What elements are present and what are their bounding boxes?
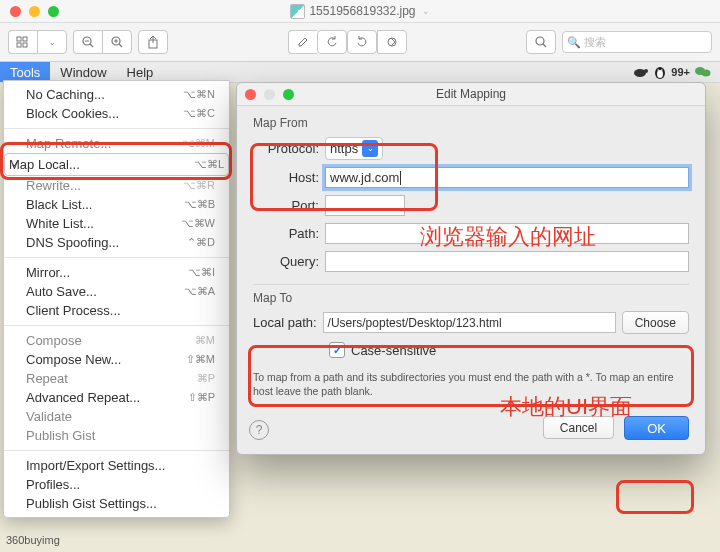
- menu-auto-save[interactable]: Auto Save...⌥⌘A: [4, 282, 229, 301]
- file-thumbnail-icon: [290, 4, 305, 19]
- menu-block-cookies[interactable]: Block Cookies...⌥⌘C: [4, 104, 229, 123]
- zoom-in-button[interactable]: [102, 30, 132, 54]
- query-label: Query:: [253, 254, 319, 269]
- toolbar: ⌄: [0, 23, 720, 62]
- search-icon: 🔍: [567, 36, 581, 49]
- svg-point-19: [657, 70, 663, 78]
- annotation-browser-url: 浏览器输入的网址: [420, 222, 596, 252]
- window-titlebar: 1551956819332.jpg ⌄: [0, 0, 720, 23]
- menu-mirror[interactable]: Mirror...⌥⌘I: [4, 263, 229, 282]
- dialog-title: Edit Mapping: [237, 87, 705, 101]
- svg-point-21: [661, 69, 663, 71]
- penguin-icon[interactable]: [653, 65, 667, 79]
- svg-line-5: [90, 44, 93, 47]
- search-placeholder: 搜索: [584, 35, 606, 50]
- menu-publish-gist-settings[interactable]: Publish Gist Settings...: [4, 494, 229, 513]
- map-to-label: Map To: [253, 291, 689, 305]
- background-text: 360buyimg: [6, 534, 60, 546]
- protocol-label: Protocol:: [253, 141, 319, 156]
- menu-import-export[interactable]: Import/Export Settings...: [4, 456, 229, 475]
- tools-dropdown: No Caching...⌥⌘N Block Cookies...⌥⌘C Map…: [3, 80, 230, 518]
- menu-tools[interactable]: Tools: [0, 62, 50, 82]
- port-label: Port:: [253, 198, 319, 213]
- wechat-icon[interactable]: [694, 65, 712, 79]
- annotation-local-ui: 本地的UI界面: [500, 392, 632, 422]
- host-label: Host:: [253, 170, 319, 185]
- local-path-label: Local path:: [253, 315, 317, 330]
- edit-button[interactable]: [288, 30, 317, 54]
- menu-window[interactable]: Window: [50, 62, 116, 82]
- query-input[interactable]: [325, 251, 689, 272]
- menu-help[interactable]: Help: [117, 62, 164, 82]
- case-sensitive-label: Case-sensitive: [351, 343, 436, 358]
- svg-rect-0: [17, 37, 21, 41]
- local-path-input[interactable]: /Users/poptest/Desktop/123.html: [323, 312, 616, 333]
- select-arrow-icon: ⌄: [362, 140, 378, 157]
- protocol-value: https: [330, 141, 358, 156]
- menu-map-remote[interactable]: Map Remote...⌥⌘M: [4, 134, 229, 153]
- view-dropdown-button[interactable]: ⌄: [37, 30, 67, 54]
- menu-compose-new[interactable]: Compose New...⇧⌘M: [4, 350, 229, 369]
- zoom-out-button[interactable]: [73, 30, 102, 54]
- menu-black-list[interactable]: Black List...⌥⌘B: [4, 195, 229, 214]
- menu-white-list[interactable]: White List...⌥⌘W: [4, 214, 229, 233]
- ok-button[interactable]: OK: [624, 416, 689, 440]
- rotate-left-button[interactable]: [317, 30, 347, 54]
- svg-line-8: [119, 44, 122, 47]
- port-input[interactable]: [325, 195, 405, 216]
- view-grid-button[interactable]: [8, 30, 37, 54]
- share-button[interactable]: [138, 30, 168, 54]
- map-from-label: Map From: [253, 116, 689, 130]
- chevron-down-icon[interactable]: ⌄: [422, 6, 430, 16]
- annotation-box-ok: [616, 480, 694, 514]
- svg-point-23: [702, 69, 711, 76]
- menu-repeat[interactable]: Repeat⌘P: [4, 369, 229, 388]
- svg-line-15: [543, 44, 546, 47]
- menu-rewrite[interactable]: Rewrite...⌥⌘R: [4, 176, 229, 195]
- rotate-right-button[interactable]: [347, 30, 377, 54]
- svg-rect-2: [17, 43, 21, 47]
- host-input[interactable]: www.jd.com: [325, 167, 689, 188]
- menu-client-process[interactable]: Client Process...: [4, 301, 229, 320]
- menu-validate[interactable]: Validate: [4, 407, 229, 426]
- notification-count: 99+: [671, 66, 690, 78]
- choose-button[interactable]: Choose: [622, 311, 689, 334]
- search-input[interactable]: 🔍 搜索: [562, 31, 712, 53]
- case-sensitive-checkbox[interactable]: ✓: [329, 342, 345, 358]
- mag-tool-button[interactable]: [526, 30, 556, 54]
- svg-rect-3: [23, 43, 27, 47]
- turtle-icon[interactable]: [631, 65, 649, 79]
- menu-no-caching[interactable]: No Caching...⌥⌘N: [4, 85, 229, 104]
- svg-point-14: [536, 37, 544, 45]
- menu-map-local[interactable]: Map Local...⌥⌘L: [4, 153, 229, 176]
- markup-button[interactable]: [377, 30, 407, 54]
- svg-rect-1: [23, 37, 27, 41]
- menu-advanced-repeat[interactable]: Advanced Repeat...⇧⌘P: [4, 388, 229, 407]
- protocol-select[interactable]: https ⌄: [325, 137, 383, 160]
- svg-point-17: [644, 69, 648, 73]
- window-title: 1551956819332.jpg: [309, 4, 415, 18]
- edit-mapping-dialog: Edit Mapping Map From Protocol: https ⌄ …: [236, 82, 706, 455]
- menu-profiles[interactable]: Profiles...: [4, 475, 229, 494]
- svg-point-20: [658, 69, 660, 71]
- menu-publish-gist[interactable]: Publish Gist: [4, 426, 229, 445]
- menu-dns-spoofing[interactable]: DNS Spoofing...⌃⌘D: [4, 233, 229, 252]
- menu-compose[interactable]: Compose⌘M: [4, 331, 229, 350]
- path-label: Path:: [253, 226, 319, 241]
